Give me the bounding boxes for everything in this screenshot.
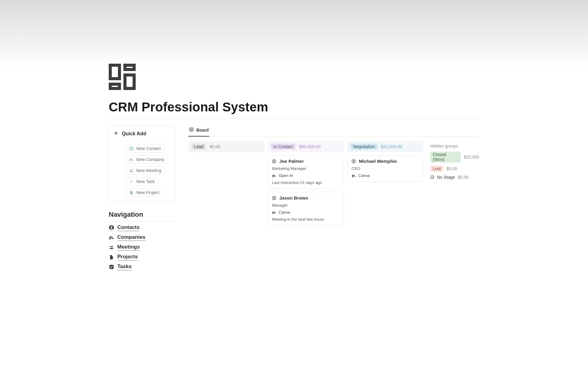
card-meta: Meeting in the next few hours	[272, 217, 340, 222]
user-icon	[352, 159, 356, 163]
stage-amount: $22,000.00	[381, 144, 402, 149]
hidden-groups: Hidden groups Closed (Won) $10,000 Lost …	[427, 141, 479, 183]
project-icon	[129, 190, 134, 195]
hidden-group-nostage[interactable]: No Stage $0.00	[430, 175, 479, 180]
hidden-group-won[interactable]: Closed (Won) $10,000	[430, 152, 479, 163]
card-role: Manager	[272, 203, 340, 208]
quick-add-panel: Quick Add New Contact New Company New Me…	[109, 126, 175, 202]
stage-amount: $10,000	[464, 155, 479, 159]
stage-amount: $60,000.00	[299, 144, 321, 149]
card-company: Canva	[358, 173, 370, 178]
column-header[interactable]: In Contact $60,000.00	[268, 141, 344, 152]
card-company: Open AI	[279, 173, 293, 178]
contact-card[interactable]: Jason Brown Manager Canva Meeting in the…	[268, 192, 344, 226]
button-label: New Task	[136, 179, 155, 184]
user-icon	[272, 196, 276, 200]
stage-pill: Lost	[430, 166, 443, 172]
nav-label: Tasks	[117, 264, 132, 270]
nav-companies[interactable]: Companies	[109, 234, 175, 241]
new-project-button[interactable]: New Project	[126, 188, 163, 197]
card-meta: Last Interaction 51 days ago	[272, 180, 340, 185]
tab-board[interactable]: Board	[188, 126, 209, 137]
board-icon	[189, 127, 194, 133]
nav-label: Contacts	[117, 224, 140, 231]
card-company: Canva	[279, 210, 290, 215]
page-icon	[109, 64, 479, 90]
stage-pill: In Contact	[271, 144, 296, 150]
nav-contacts[interactable]: Contacts	[109, 224, 175, 231]
sidebar: Quick Add New Contact New Company New Me…	[109, 126, 175, 270]
card-name: Joe Palmer	[279, 159, 304, 164]
column-lead: Lead $0.00	[188, 141, 264, 152]
stage-label: No Stage	[437, 175, 455, 180]
column-negotiation: Negotiation $22,000.00 Michael Memphis C…	[348, 141, 424, 182]
stage-pill: Closed (Won)	[430, 152, 461, 163]
user-icon	[272, 159, 276, 163]
stage-pill: Negotiation	[351, 144, 377, 150]
column-in-contact: In Contact $60,000.00 Joe Palmer Marketi…	[268, 141, 344, 226]
column-header[interactable]: Lead $0.00	[188, 141, 264, 152]
nav-tasks[interactable]: Tasks	[109, 264, 175, 270]
nav-meetings[interactable]: Meetings	[109, 244, 175, 251]
page-title: CRM Professional System	[109, 100, 479, 114]
tab-label: Board	[196, 128, 209, 133]
button-label: New Contact	[136, 146, 161, 151]
building-icon	[352, 174, 356, 178]
card-role: Marketing Manager	[272, 166, 340, 171]
quick-add-heading: Quick Add	[122, 131, 146, 137]
task-icon	[109, 264, 114, 270]
main-content: Board Lead $0.00 In Contact $60,000.00	[188, 126, 479, 226]
empty-icon	[430, 175, 435, 179]
card-name: Jason Brown	[279, 195, 308, 200]
divider	[109, 118, 479, 118]
stage-amount: $0.00	[458, 175, 469, 180]
nav-projects[interactable]: Projects	[109, 254, 175, 260]
stage-amount: $0.00	[209, 144, 220, 149]
navigation-heading: Navigation	[109, 211, 175, 219]
stage-amount: $0.00	[446, 166, 457, 171]
button-label: New Meeting	[136, 168, 161, 173]
hidden-group-lost[interactable]: Lost $0.00	[430, 166, 479, 172]
hidden-groups-title: Hidden groups	[430, 144, 479, 148]
card-name: Michael Memphis	[359, 159, 397, 164]
plus-icon	[113, 130, 119, 137]
nav-label: Projects	[117, 254, 138, 260]
kanban-board: Lead $0.00 In Contact $60,000.00 Joe Pal…	[188, 141, 479, 226]
card-role: CEO	[352, 166, 420, 171]
view-tabs: Board	[188, 126, 479, 137]
button-label: New Company	[136, 157, 164, 162]
column-header[interactable]: Negotiation $22,000.00	[348, 141, 424, 152]
button-label: New Project	[136, 190, 159, 195]
contact-card[interactable]: Joe Palmer Marketing Manager Open AI Las…	[268, 155, 344, 189]
building-icon	[272, 174, 276, 178]
building-icon	[272, 210, 276, 215]
contact-card[interactable]: Michael Memphis CEO Canva	[348, 155, 424, 182]
nav-label: Meetings	[117, 244, 140, 251]
nav-label: Companies	[117, 234, 145, 241]
stage-pill: Lead	[191, 144, 206, 150]
